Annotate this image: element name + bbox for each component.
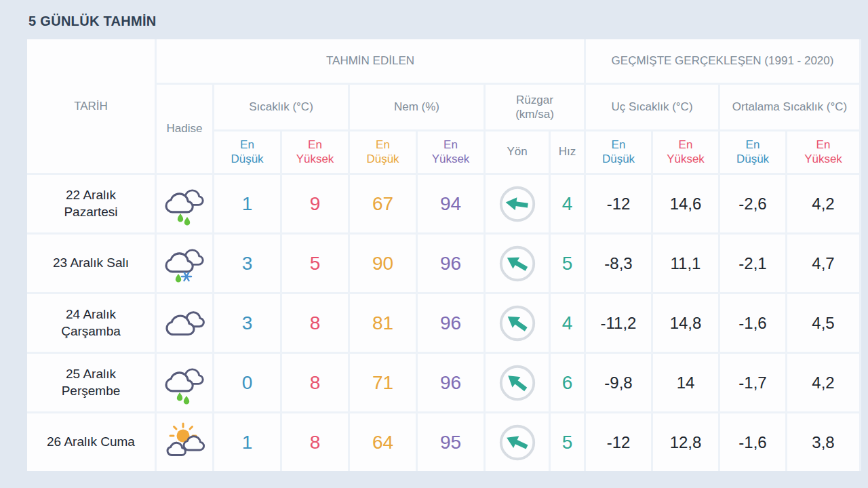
extreme-min-value: -12 xyxy=(586,413,651,471)
temp-max-value: 5 xyxy=(282,235,348,292)
subheader-humidity-min: En Düşük xyxy=(350,131,416,173)
temp-max-value: 8 xyxy=(282,413,348,471)
extreme-min-value: -8,3 xyxy=(586,235,651,292)
forecast-page: 5 GÜNLÜK TAHMİN TARİH TAHMİN EDİLEN GEÇM… xyxy=(0,0,868,471)
humidity-min-value: 81 xyxy=(350,294,416,352)
temp-min-value: 1 xyxy=(214,413,280,471)
wind-direction-arrow-icon xyxy=(496,183,538,225)
average-max-value: 4,2 xyxy=(787,175,859,232)
date-cell: 24 Aralık Çarşamba xyxy=(27,294,155,352)
subheader-humidity-max: En Yüksek xyxy=(418,131,484,173)
extreme-max-value: 12,8 xyxy=(653,413,718,471)
humidity-max-value: 96 xyxy=(418,235,484,292)
extreme-min-value: -12 xyxy=(586,175,651,232)
temp-max-value: 9 xyxy=(282,175,348,232)
condition-cell xyxy=(157,413,212,471)
date-cell: 23 Aralık Salı xyxy=(27,235,155,292)
wind-direction-arrow-icon xyxy=(496,302,538,344)
average-min-value: -2,6 xyxy=(720,175,785,232)
wind-direction-arrow-icon xyxy=(496,243,538,285)
date-cell: 25 Aralık Perşembe xyxy=(27,354,155,411)
date-cell: 26 Aralık Cuma xyxy=(27,413,155,471)
column-header-date: TARİH xyxy=(27,39,155,173)
raindrop xyxy=(178,214,190,226)
subheader-wind-direction: Yön xyxy=(486,131,549,173)
forecast-table: TARİH TAHMİN EDİLEN GEÇMİŞTE GERÇEKLEŞEN… xyxy=(27,39,861,471)
column-header-average-temp: Ortalama Sıcaklık (°C) xyxy=(720,85,859,129)
partly-sunny-icon xyxy=(163,421,206,464)
subheader-extreme-min: En Düşük xyxy=(586,131,651,173)
raindrop xyxy=(176,274,181,283)
subheader-extreme-max: En Yüksek xyxy=(653,131,718,173)
humidity-min-value: 64 xyxy=(350,413,416,471)
average-min-value: -1,6 xyxy=(720,294,785,352)
condition-cell xyxy=(157,175,212,232)
wind-direction-arrow-icon xyxy=(496,422,538,464)
group-header-forecast: TAHMİN EDİLEN xyxy=(157,39,584,83)
date-cell: 22 Aralık Pazartesi xyxy=(27,175,155,232)
temp-min-value: 1 xyxy=(214,175,280,232)
column-header-humidity: Nem (%) xyxy=(350,85,484,129)
temp-max-value: 8 xyxy=(282,294,348,352)
condition-cell xyxy=(157,294,212,352)
condition-cell xyxy=(157,354,212,411)
wind-speed-value: 6 xyxy=(551,354,584,411)
wind-direction-cell xyxy=(486,294,549,352)
page-title: 5 GÜNLÜK TAHMİN xyxy=(28,14,868,29)
subheader-temp-max: En Yüksek xyxy=(282,131,348,173)
temp-min-value: 3 xyxy=(214,235,280,292)
snowflake xyxy=(182,272,191,280)
rain-icon xyxy=(163,361,206,405)
humidity-max-value: 94 xyxy=(418,175,484,232)
subheader-average-min: En Düşük xyxy=(720,131,785,173)
column-header-condition: Hadise xyxy=(157,85,212,173)
extreme-max-value: 14 xyxy=(653,354,718,411)
average-max-value: 4,5 xyxy=(787,294,859,352)
subheader-wind-speed: Hız xyxy=(551,131,584,173)
subheader-temp-min: En Düşük xyxy=(214,131,280,173)
column-header-wind: Rüzgar (km/sa) xyxy=(486,85,584,129)
average-min-value: -1,7 xyxy=(720,354,785,411)
column-header-temperature: Sıcaklık (°C) xyxy=(214,85,348,129)
temp-min-value: 0 xyxy=(214,354,280,411)
temp-max-value: 8 xyxy=(282,354,348,411)
extreme-max-value: 14,6 xyxy=(653,175,718,232)
wind-direction-cell xyxy=(486,175,549,232)
humidity-min-value: 90 xyxy=(350,235,416,292)
extreme-min-value: -11,2 xyxy=(586,294,651,352)
wind-speed-value: 4 xyxy=(551,294,584,352)
sleet-icon xyxy=(163,242,206,285)
condition-cell xyxy=(157,235,212,292)
wind-speed-value: 5 xyxy=(551,413,584,471)
humidity-min-value: 71 xyxy=(350,354,416,411)
cloudy-icon xyxy=(163,302,206,345)
wind-speed-value: 4 xyxy=(551,175,584,232)
extreme-max-value: 11,1 xyxy=(653,235,718,292)
humidity-min-value: 67 xyxy=(350,175,416,232)
extreme-max-value: 14,8 xyxy=(653,294,718,352)
rain-icon xyxy=(163,182,206,226)
wind-speed-value: 5 xyxy=(551,235,584,292)
extreme-min-value: -9,8 xyxy=(586,354,651,411)
raindrop xyxy=(177,392,189,405)
average-max-value: 3,8 xyxy=(787,413,859,471)
column-header-extreme-temp: Uç Sıcaklık (°C) xyxy=(586,85,718,129)
average-max-value: 4,7 xyxy=(787,235,859,292)
group-header-historical: GEÇMİŞTE GERÇEKLEŞEN (1991 - 2020) xyxy=(586,39,859,83)
subheader-average-max: En Yüksek xyxy=(787,131,859,173)
humidity-max-value: 96 xyxy=(418,354,484,411)
humidity-max-value: 95 xyxy=(418,413,484,471)
wind-direction-cell xyxy=(486,235,549,292)
humidity-max-value: 96 xyxy=(418,294,484,352)
wind-direction-cell xyxy=(486,354,549,411)
wind-direction-cell xyxy=(486,413,549,471)
average-min-value: -1,6 xyxy=(720,413,785,471)
average-max-value: 4,2 xyxy=(787,354,859,411)
wind-direction-arrow-icon xyxy=(496,362,538,404)
temp-min-value: 3 xyxy=(214,294,280,352)
average-min-value: -2,1 xyxy=(720,235,785,292)
